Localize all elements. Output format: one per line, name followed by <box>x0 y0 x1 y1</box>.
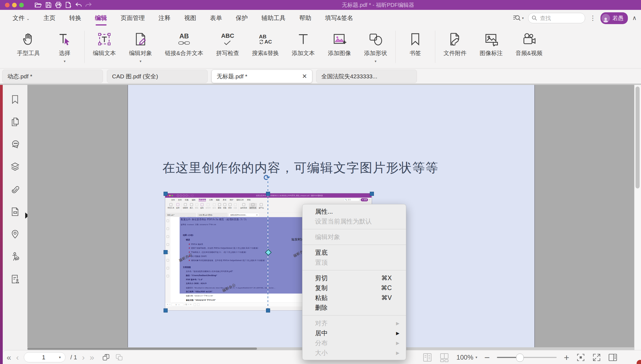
edit-text-button[interactable]: 编辑文本 <box>93 30 116 57</box>
zoom-slider-thumb[interactable] <box>516 354 524 362</box>
menu-edit[interactable]: 编辑 <box>95 14 107 22</box>
rotate-handle[interactable]: ⟳ <box>264 173 270 182</box>
context-menu-center[interactable]: 居中▶ <box>302 328 406 338</box>
layers-panel-icon[interactable] <box>10 162 20 172</box>
advanced-search-icon[interactable]: ▾ <box>513 14 524 22</box>
shortcut-label: ⌘C <box>381 284 399 292</box>
shortcut-label: ⌘X <box>381 274 399 282</box>
resize-handle-top-left[interactable] <box>164 192 168 196</box>
vertical-scrollbar[interactable] <box>634 85 641 350</box>
submenu-arrow-icon: ▶ <box>396 331 399 336</box>
resize-handle-top-right[interactable] <box>370 192 374 196</box>
link-text-icon: AB <box>178 30 190 48</box>
zoom-slider[interactable] <box>497 357 557 358</box>
fields-panel-icon[interactable] <box>10 207 20 217</box>
collapse-ribbon-icon[interactable]: ∧ <box>632 15 637 22</box>
menu-protect[interactable]: 保护 <box>236 14 248 22</box>
accessibility-panel-icon[interactable] <box>10 251 20 262</box>
attachments-panel-icon[interactable] <box>10 184 20 194</box>
menu-file[interactable]: 文件⌄ <box>13 14 30 22</box>
pages-panel-icon[interactable] <box>10 117 20 127</box>
add-shape-button[interactable]: 添加形状 ▾ <box>364 30 387 63</box>
menu-comment[interactable]: 注释 <box>159 14 171 22</box>
open-file-icon[interactable] <box>35 2 42 8</box>
page-number-input[interactable]: 1 ▾ <box>24 352 65 362</box>
vertical-scrollbar-thumb[interactable] <box>636 87 640 188</box>
image-annotation-button[interactable]: 图像标注 <box>479 30 503 57</box>
hand-tool-button[interactable]: 手型工具 <box>17 30 40 57</box>
save-icon[interactable] <box>45 2 52 8</box>
menu-fill-sign[interactable]: 填写&签名 <box>325 14 353 22</box>
zoom-level-dropdown[interactable]: 100% ▾ <box>456 354 477 361</box>
more-options-icon[interactable]: ⋮ <box>590 14 596 22</box>
spell-check-button[interactable]: ABC 拼写检查 <box>216 30 239 57</box>
zoom-window-button[interactable] <box>19 3 24 7</box>
link-join-text-button[interactable]: AB 链接&合并文本 <box>165 30 203 57</box>
destinations-panel-icon[interactable] <box>10 229 20 239</box>
minimize-window-button[interactable] <box>12 3 17 7</box>
ribbon-separator <box>84 31 85 63</box>
menu-page-management[interactable]: 页面管理 <box>121 14 145 22</box>
search-box[interactable] <box>528 13 585 23</box>
file-attachment-button[interactable]: 文件附件 <box>443 30 467 57</box>
doc-tab-2[interactable]: CAD 图.pdf (安全) <box>107 70 208 83</box>
submenu-arrow-icon: ▶ <box>396 321 399 326</box>
select-tool-button[interactable]: 选择 ▾ <box>53 30 76 63</box>
menu-form[interactable]: 表单 <box>210 14 222 22</box>
context-menu-copy[interactable]: 复制⌘C <box>302 283 406 293</box>
close-window-button[interactable] <box>5 3 10 7</box>
print-icon[interactable] <box>55 2 62 8</box>
bookmarks-panel-icon[interactable] <box>10 94 20 105</box>
ribbon-separator <box>435 31 435 63</box>
zoom-in-button[interactable]: + <box>564 353 569 362</box>
reading-panel-icon[interactable] <box>608 353 617 362</box>
context-menu-properties[interactable]: 属性... <box>302 207 406 216</box>
document-tabbar: 动态.pdf * CAD 图.pdf (安全) 无标题.pdf *✕ 全国法院失… <box>0 68 641 85</box>
doc-tab-4[interactable]: 全国法院失4233333... <box>316 70 417 83</box>
doc-tab-1[interactable]: 动态.pdf * <box>2 70 103 83</box>
context-menu-cut[interactable]: 剪切⌘X <box>302 273 406 283</box>
audio-video-button[interactable]: 音频&视频 <box>516 30 542 57</box>
context-menu-delete[interactable]: 删除 <box>302 303 406 313</box>
resize-handle-top-center[interactable] <box>266 192 270 196</box>
menu-accessibility[interactable]: 辅助工具 <box>262 14 286 22</box>
close-tab-icon[interactable]: ✕ <box>302 73 307 80</box>
facing-page-view-icon[interactable] <box>439 353 449 362</box>
new-document-icon[interactable] <box>65 2 71 8</box>
single-page-view-icon[interactable] <box>422 353 432 362</box>
previous-view-icon[interactable] <box>102 353 110 362</box>
fit-page-icon[interactable] <box>576 353 585 362</box>
undo-icon[interactable] <box>75 2 82 8</box>
menu-help[interactable]: 帮助 <box>299 14 311 22</box>
zoom-out-button[interactable]: − <box>484 353 490 362</box>
doc-tab-3-active[interactable]: 无标题.pdf *✕ <box>211 70 312 83</box>
horizontal-scrollbar-thumb[interactable] <box>27 348 257 350</box>
bookmark-button[interactable]: 书签 <box>404 30 427 57</box>
resize-handle-bottom-center[interactable] <box>266 308 270 313</box>
menu-convert[interactable]: 转换 <box>69 14 81 22</box>
caret-down-icon[interactable]: ▾ <box>375 59 377 63</box>
page-total: / 1 <box>70 354 77 361</box>
fullscreen-icon[interactable] <box>592 353 601 362</box>
caret-down-icon[interactable]: ▾ <box>64 59 66 63</box>
resize-handle-bottom-left[interactable] <box>164 308 168 313</box>
resize-handle-middle-left[interactable] <box>164 250 168 254</box>
add-text-button[interactable]: 添加文本 <box>291 30 315 57</box>
comments-panel-icon[interactable] <box>10 139 20 150</box>
menu-home[interactable]: 主页 <box>44 14 56 22</box>
add-image-button[interactable]: 添加图像 <box>328 30 351 57</box>
editable-text-object[interactable]: 在这里创作你的内容，可编辑文字图片形状等等 <box>144 159 457 176</box>
context-menu-paste[interactable]: 粘贴⌘V <box>302 293 406 303</box>
search-replace-button[interactable]: ABAC 搜索&替换 <box>252 30 279 57</box>
context-menu-send-to-back[interactable]: 置底 <box>302 248 406 257</box>
signatures-panel-icon[interactable] <box>10 274 20 284</box>
user-account-button[interactable]: 若愚 <box>600 12 628 24</box>
edit-object-button[interactable]: 编辑对象 ▾ <box>129 30 152 63</box>
caret-down-icon[interactable]: ▾ <box>140 59 142 63</box>
menu-separator <box>302 270 406 270</box>
last-page-button: » <box>90 353 94 362</box>
first-page-button[interactable]: « <box>7 353 11 362</box>
select-cursor-icon <box>58 30 71 48</box>
search-input[interactable] <box>539 15 573 22</box>
menu-view[interactable]: 视图 <box>184 14 196 22</box>
